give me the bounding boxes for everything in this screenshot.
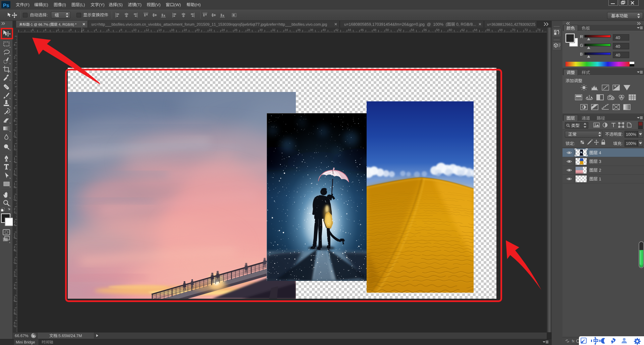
svg-text:fx: fx [572,339,575,343]
